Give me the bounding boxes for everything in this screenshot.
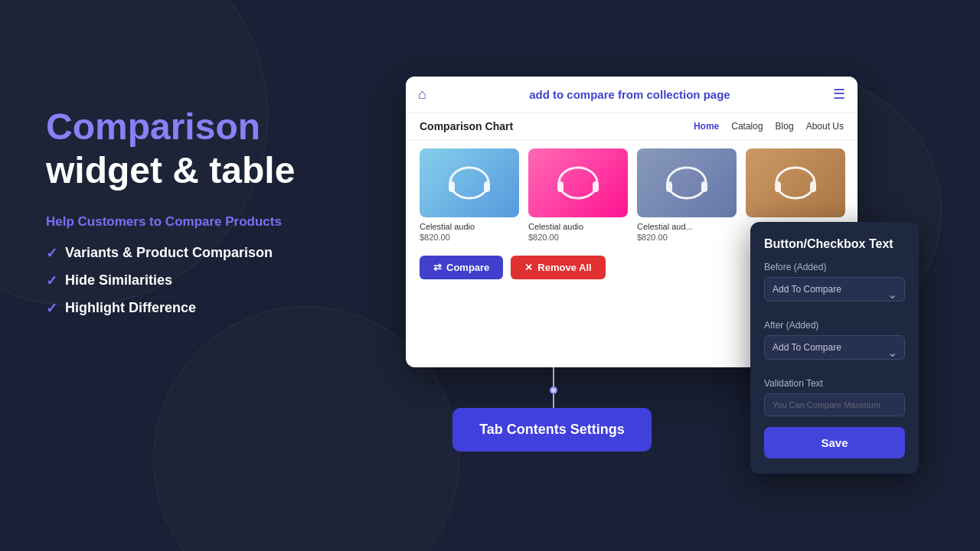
product-card-2: Celestial audio $820.00 [528,148,628,242]
title-line1: Comparison [46,107,368,148]
feature-text-1: Variants & Product Comparison [65,245,273,261]
product-img-2 [528,148,628,217]
connector [550,367,557,413]
feature-text-3: Highlight Difference [65,300,196,316]
product-img-4 [746,148,845,217]
nav-link-about[interactable]: About Us [806,121,844,132]
feature-item-3: ✓ Highlight Difference [46,300,368,317]
menu-icon[interactable]: ☰ [833,86,845,103]
svg-rect-1 [449,181,455,192]
svg-point-3 [559,168,597,198]
title-line2: widget & table [46,151,368,191]
feature-list: ✓ Variants & Product Comparison ✓ Hide S… [46,245,368,317]
compare-button[interactable]: ⇄ Compare [420,256,503,279]
remove-all-button[interactable]: ✕ Remove All [511,256,605,279]
svg-point-9 [776,168,815,198]
before-label: Before (Added) [764,262,905,272]
popup-title: Button/Checkbox Text [764,237,905,251]
svg-point-6 [668,168,706,198]
nav-link-home[interactable]: Home [694,121,719,132]
check-icon-3: ✓ [46,300,57,317]
connector-line-top [553,367,554,386]
store-nav: Comparison Chart Home Catalog Blog About… [406,112,858,141]
subtitle: Help Customers to Compare Products [46,214,368,230]
product-card-1: Celestial audio $820.00 [420,148,519,242]
popup-panel: Button/Checkbox Text Before (Added) Add … [750,222,919,474]
svg-rect-5 [593,181,599,192]
compare-label: Compare [446,262,489,273]
product-name-2: Celestial audio [528,222,628,231]
svg-rect-4 [557,181,564,192]
feature-item-1: ✓ Variants & Product Comparison [46,245,368,262]
svg-rect-7 [666,181,672,192]
product-name-3: Celestial aud... [637,222,737,231]
product-card-3: Celestial aud... $820.00 [637,148,737,242]
connector-dot [550,386,557,394]
remove-label: Remove All [537,262,591,273]
product-img-1 [420,148,519,217]
validation-label: Validation Text [764,378,905,389]
product-name-1: Celestial audio [420,222,519,231]
after-select-wrapper: Add To Compare [764,335,905,369]
browser-title: add to compare from collection page [426,88,833,101]
svg-rect-8 [701,181,707,192]
left-panel: Comparison widget & table Help Customers… [46,107,368,328]
nav-link-catalog[interactable]: Catalog [731,121,763,132]
tab-settings-label: Tab Contents Settings [479,422,625,437]
svg-rect-10 [775,181,781,192]
feature-text-2: Hide Similarities [65,272,172,289]
svg-rect-11 [810,181,816,192]
after-added-select[interactable]: Add To Compare [764,335,905,360]
before-select-wrapper: Add To Compare [764,277,905,311]
store-nav-links: Home Catalog Blog About Us [694,121,844,132]
product-price-3: $820.00 [637,233,737,242]
validation-input[interactable] [764,393,905,416]
check-icon-2: ✓ [46,272,57,289]
save-label: Save [821,436,848,449]
check-icon-1: ✓ [46,245,57,262]
product-price-1: $820.00 [420,233,519,242]
remove-icon: ✕ [524,262,533,273]
after-label: After (Added) [764,320,905,331]
product-price-2: $820.00 [528,233,628,242]
save-button[interactable]: Save [764,427,905,458]
home-icon[interactable]: ⌂ [418,86,426,103]
tab-contents-settings-button[interactable]: Tab Contents Settings [452,408,652,452]
store-brand: Comparison Chart [420,120,513,132]
browser-header: ⌂ add to compare from collection page ☰ [406,77,858,112]
compare-icon: ⇄ [433,262,442,273]
product-img-3 [637,148,737,217]
feature-item-2: ✓ Hide Similarities [46,272,368,289]
svg-rect-2 [484,181,490,192]
nav-link-blog[interactable]: Blog [776,121,794,132]
svg-point-0 [450,168,488,198]
before-added-select[interactable]: Add To Compare [764,277,905,302]
